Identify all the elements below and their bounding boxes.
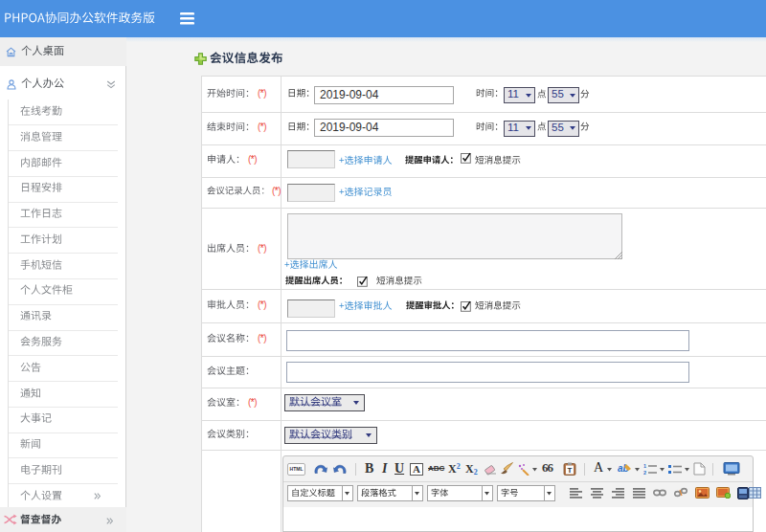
svg-text:2: 2 [643, 470, 646, 476]
svg-text:T: T [568, 466, 573, 475]
svg-text:A: A [413, 463, 420, 475]
svg-text:1: 1 [643, 463, 646, 469]
